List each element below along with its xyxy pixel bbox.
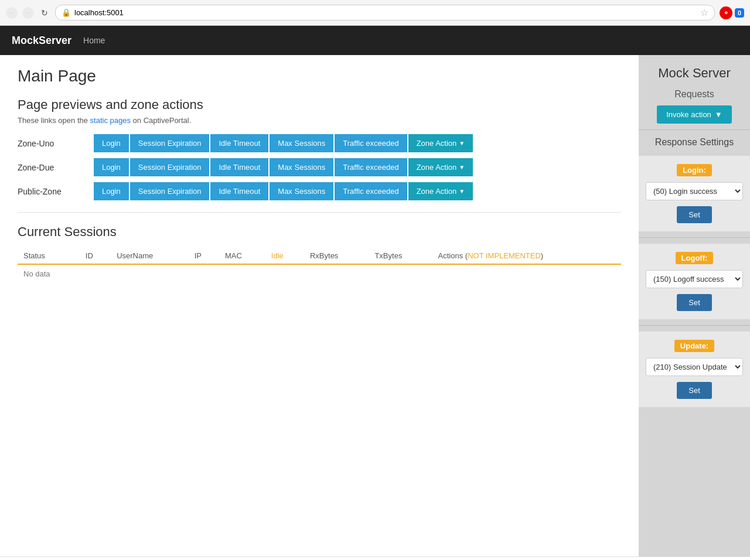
desc-highlight: static pages — [90, 116, 131, 125]
zone-buttons-public: Login Session Expiration Idle Timeout Ma… — [94, 182, 621, 200]
logoff-response-section: Logoff: (150) Logoff success (200) Logof… — [639, 244, 750, 319]
zone-row-due: Zone-Due Login Session Expiration Idle T… — [18, 158, 621, 176]
previews-section-title: Page previews and zone actions — [18, 97, 621, 112]
sidebar: Mock Server Requests Invoke action ▼ Res… — [639, 55, 750, 556]
login-response-select[interactable]: (50) Login success (100) Login fail (150… — [646, 182, 743, 200]
update-set-button[interactable]: Set — [677, 382, 712, 399]
content-area: Main Page Page previews and zone actions… — [0, 55, 639, 556]
zone-uno-session-btn[interactable]: Session Expiration — [130, 134, 210, 152]
zone-row-uno: Zone-Uno Login Session Expiration Idle T… — [18, 134, 621, 152]
navbar-brand: MockServer — [12, 35, 71, 47]
col-actions-suffix: ) — [541, 251, 543, 260]
zone-public-login-btn[interactable]: Login — [94, 182, 129, 200]
section-divider — [18, 212, 621, 213]
col-ip: IP — [189, 248, 219, 264]
logoff-update-divider — [639, 325, 750, 326]
zone-due-max-btn[interactable]: Max Sessions — [270, 158, 333, 176]
zone-buttons-due: Login Session Expiration Idle Timeout Ma… — [94, 158, 621, 176]
col-mac: MAC — [219, 248, 265, 264]
zone-public-session-btn[interactable]: Session Expiration — [130, 182, 210, 200]
zone-uno-traffic-btn[interactable]: Traffic exceeded — [335, 134, 407, 152]
page-title: Main Page — [18, 67, 621, 86]
desc-suffix: on CaptivePortal. — [131, 116, 191, 125]
sessions-title: Current Sessions — [18, 224, 621, 240]
invoke-action-caret: ▼ — [715, 110, 722, 119]
col-rxbytes: RxBytes — [304, 248, 369, 264]
desc-prefix: These links open the — [18, 116, 90, 125]
zone-public-action-btn[interactable]: Zone Action ▼ — [408, 182, 473, 200]
zone-label-due: Zone-Due — [18, 163, 94, 172]
extension-icon-red: ⚬ — [720, 6, 732, 19]
no-data-cell: No data — [18, 264, 80, 283]
zone-label-uno: Zone-Uno — [18, 139, 94, 148]
no-data-row: No data — [18, 264, 621, 283]
logoff-set-button[interactable]: Set — [677, 294, 712, 311]
zone-public-action-label: Zone Action — [417, 187, 457, 196]
zone-due-action-label: Zone Action — [417, 163, 457, 172]
zone-uno-action-caret: ▼ — [459, 140, 465, 146]
zone-due-action-btn[interactable]: Zone Action ▼ — [408, 158, 473, 176]
previews-section-desc: These links open the static pages on Cap… — [18, 116, 621, 125]
extensions: ⚬ 0 — [720, 6, 744, 19]
zone-uno-action-label: Zone Action — [417, 139, 457, 148]
zone-due-idle-btn[interactable]: Idle Timeout — [210, 158, 268, 176]
invoke-action-label: Invoke action — [666, 110, 711, 119]
zone-uno-idle-btn[interactable]: Idle Timeout — [210, 134, 268, 152]
col-username: UserName — [111, 248, 189, 264]
logoff-response-select[interactable]: (150) Logoff success (200) Logoff fail — [646, 270, 743, 288]
col-actions: Actions (NOT IMPLEMENTED) — [432, 248, 621, 264]
sessions-table: Status ID UserName IP MAC Idle RxBytes T… — [18, 248, 621, 283]
back-button[interactable]: ← — [6, 7, 18, 19]
response-settings-title: Response Settings — [639, 130, 750, 150]
col-txbytes: TxBytes — [369, 248, 432, 264]
col-idle: Idle — [265, 248, 304, 264]
navbar-home-link[interactable]: Home — [83, 36, 105, 45]
zone-public-max-btn[interactable]: Max Sessions — [270, 182, 333, 200]
zone-uno-max-btn[interactable]: Max Sessions — [270, 134, 333, 152]
address-bar: 🔒 ☆ — [55, 5, 715, 21]
bookmark-icon[interactable]: ☆ — [700, 7, 708, 18]
zone-public-traffic-btn[interactable]: Traffic exceeded — [335, 182, 407, 200]
refresh-button[interactable]: ↻ — [39, 7, 50, 19]
zone-due-traffic-btn[interactable]: Traffic exceeded — [335, 158, 407, 176]
url-input[interactable] — [74, 8, 697, 17]
footer: © 2017 - MockServer — [0, 556, 750, 560]
login-label-badge: Login: — [677, 164, 712, 176]
zone-due-action-caret: ▼ — [459, 164, 465, 170]
zone-due-session-btn[interactable]: Session Expiration — [130, 158, 210, 176]
col-status: Status — [18, 248, 80, 264]
login-set-button[interactable]: Set — [677, 206, 712, 223]
zone-buttons-uno: Login Session Expiration Idle Timeout Ma… — [94, 134, 621, 152]
login-logoff-divider — [639, 237, 750, 238]
logoff-label-badge: Logoff: — [676, 252, 714, 264]
update-label-badge: Update: — [674, 340, 714, 352]
update-response-section: Update: (210) Session Update s (220) Ses… — [639, 332, 750, 407]
invoke-action-container: Invoke action ▼ — [639, 105, 750, 124]
sidebar-requests-label: Requests — [639, 84, 750, 105]
browser-chrome: ← → ↻ 🔒 ☆ ⚬ 0 — [0, 0, 750, 26]
update-response-select[interactable]: (210) Session Update s (220) Session Upd… — [646, 358, 743, 376]
sidebar-panel-title: Mock Server — [639, 55, 750, 84]
zone-uno-login-btn[interactable]: Login — [94, 134, 129, 152]
zone-uno-action-btn[interactable]: Zone Action ▼ — [408, 134, 473, 152]
main-container: Main Page Page previews and zone actions… — [0, 55, 750, 556]
lock-icon: 🔒 — [62, 8, 71, 17]
sessions-header-row: Status ID UserName IP MAC Idle RxBytes T… — [18, 248, 621, 264]
zone-label-public: Public-Zone — [18, 187, 94, 196]
zone-row-public: Public-Zone Login Session Expiration Idl… — [18, 182, 621, 200]
forward-button[interactable]: → — [22, 7, 34, 19]
col-actions-prefix: Actions ( — [438, 251, 468, 260]
zone-public-idle-btn[interactable]: Idle Timeout — [210, 182, 268, 200]
col-id: ID — [80, 248, 111, 264]
invoke-action-btn[interactable]: Invoke action ▼ — [657, 105, 731, 124]
zone-public-action-caret: ▼ — [459, 188, 465, 194]
zone-due-login-btn[interactable]: Login — [94, 158, 129, 176]
col-actions-not: NOT IMPLEMENTED — [468, 251, 541, 260]
extension-badge: 0 — [735, 8, 744, 18]
login-response-section: Login: (50) Login success (100) Login fa… — [639, 156, 750, 231]
navbar: MockServer Home — [0, 26, 750, 55]
